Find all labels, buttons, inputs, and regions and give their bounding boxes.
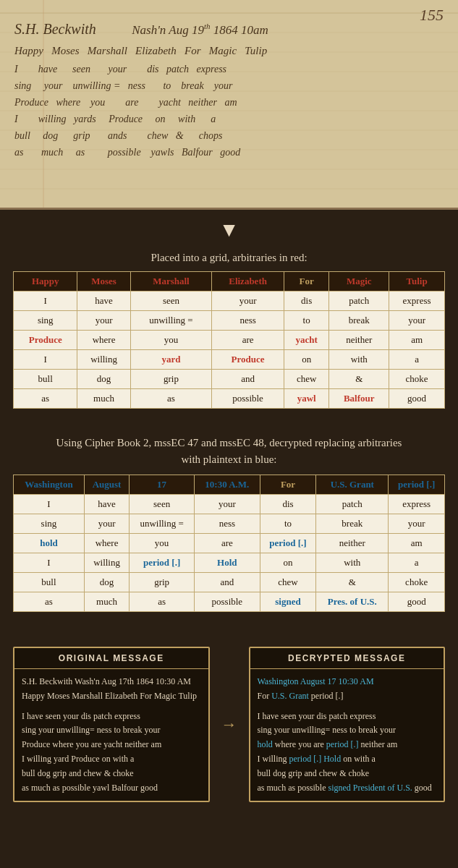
letter-line-5: Produce where you are yacht neither am: [14, 94, 444, 111]
orig-header2: Happy Moses Marshall Elizabeth For Magic…: [22, 689, 201, 704]
grid2-r4c6: choke: [389, 573, 445, 592]
orig-body1: I have seen your dis patch express: [22, 710, 201, 724]
grid2-row0: I have seen your dis patch express: [14, 495, 445, 514]
grid2-r1c2: unwilling =: [130, 514, 195, 534]
grid1-r3c0: I: [14, 350, 77, 370]
grid1-h1: Moses: [77, 272, 130, 292]
grid2-r1c5: break: [316, 514, 389, 534]
letter-header-line: S.H. Beckwith Nash'n Aug 19th 1864 10am …: [14, 16, 444, 161]
grid1-r3c3: Produce: [212, 350, 284, 370]
grid1-r2c4: yacht: [284, 331, 328, 350]
grid1-r4c1: dog: [77, 370, 130, 389]
orig-body6: as much as possible yawl Balfour good: [22, 781, 201, 796]
letter-line-6: I willing yards Produce on with a: [14, 111, 444, 127]
grid2-h3: 10:30 A.M.: [195, 475, 260, 495]
grid2-r5c6: good: [389, 592, 445, 612]
grid1-r0c3: your: [212, 292, 284, 311]
grid2-r1c0: sing: [14, 514, 85, 534]
grid2-r0c6: express: [389, 495, 445, 514]
grid2-r0c1: have: [84, 495, 129, 514]
grid2-r5c2: as: [130, 592, 195, 612]
grid1-r5c4: yawl: [284, 389, 328, 409]
grid1-row0: I have seen your dis patch express: [14, 292, 445, 311]
grid1-r5c1: much: [77, 389, 130, 409]
grid2-r3c5: with: [316, 553, 389, 573]
grid2-header-row: Washington August 17 10:30 A.M. For U.S.…: [14, 475, 445, 495]
grid1-r1c4: to: [284, 311, 328, 331]
grid1-r5c2: as: [130, 389, 212, 409]
grid1-r4c4: chew: [284, 370, 328, 389]
grid2-r3c3: Hold: [195, 553, 260, 573]
grid1-r4c0: bull: [14, 370, 77, 389]
grid2-r4c3: and: [195, 573, 260, 592]
grid2-r2c2: you: [130, 534, 195, 553]
grid2-r3c1: willing: [84, 553, 129, 573]
grid1-r3c4: on: [284, 350, 328, 370]
grid2-r2c3: are: [195, 534, 260, 553]
grid2-r2c0: hold: [14, 534, 85, 553]
grid1-row5: as much as possible yawl Balfour good: [14, 389, 445, 409]
dec-body4: I willing period [.] Hold on with a: [258, 752, 437, 767]
grid2-h5: U.S. Grant: [316, 475, 389, 495]
grid2-row4: bull dog grip and chew & choke: [14, 573, 445, 592]
orig-body2: sing your unwilling= ness to break your: [22, 723, 201, 738]
grid1-r1c0: sing: [14, 311, 77, 331]
grid2-r0c2: seen: [130, 495, 195, 514]
orig-body4: I willing yard Produce on with a: [22, 752, 201, 767]
letter-line-2: Happy Moses Marshall Elizabeth For Magic…: [14, 42, 444, 61]
dec-body3: hold where you are period [.] neither am: [258, 738, 437, 752]
grid2-r0c5: patch: [316, 495, 389, 514]
handwritten-letter: 155 S.H. Beckwith Nash'n Aug 19th 1864 1…: [0, 0, 458, 210]
grid1-r3c5: with: [329, 350, 389, 370]
grid2-r5c3: possible: [195, 592, 260, 612]
grid1-r5c3: possible: [212, 389, 284, 409]
grid2-h0: Washington: [14, 475, 85, 495]
letter-line-4: sing your unwilling = ness to break your: [14, 77, 444, 94]
decrypted-message-box: DECRYPTED MESSAGE Washington August 17 1…: [249, 647, 446, 802]
grid1-r4c5: &: [329, 370, 389, 389]
grid2-r5c1: much: [84, 592, 129, 612]
original-message-box: ORIGINAL MESSAGE S.H. Beckwith Wash'n Au…: [13, 647, 210, 802]
grid1-r2c6: am: [389, 331, 445, 350]
grid1-row1: sing your unwilling = ness to break your: [14, 311, 445, 331]
grid1-r2c1: where: [77, 331, 130, 350]
grid2-r4c0: bull: [14, 573, 85, 592]
grid2-h6: period [.]: [389, 475, 445, 495]
grid1-r3c1: willing: [77, 350, 130, 370]
grid1-r0c0: I: [14, 292, 77, 311]
grid2-r4c2: grip: [130, 573, 195, 592]
grid2-row1: sing your unwilling = ness to break your: [14, 514, 445, 534]
grid1-r2c0: Produce: [14, 331, 77, 350]
grid1-r1c5: break: [329, 311, 389, 331]
grid1-r1c2: unwilling =: [130, 311, 212, 331]
grid1-r4c3: and: [212, 370, 284, 389]
grid2-r5c0: as: [14, 592, 85, 612]
grid1-r0c5: patch: [329, 292, 389, 311]
grid1-table: Happy Moses Marshall Elizabeth For Magic…: [13, 271, 445, 409]
grid1-header-row: Happy Moses Marshall Elizabeth For Magic…: [14, 272, 445, 292]
grid2-r3c4: on: [260, 553, 316, 573]
grid2-r3c2: period [.]: [130, 553, 195, 573]
grid1-r4c2: grip: [130, 370, 212, 389]
grid1-r1c6: your: [389, 311, 445, 331]
grid1-row4: bull dog grip and chew & choke: [14, 370, 445, 389]
grid1-r0c2: seen: [130, 292, 212, 311]
dec-header2: For U.S. Grant period [.]: [258, 689, 437, 704]
grid2-r1c3: ness: [195, 514, 260, 534]
section1-title: Placed into a grid, arbitraries in red:: [0, 247, 458, 271]
grid1-r3c6: a: [389, 350, 445, 370]
messages-section: ORIGINAL MESSAGE S.H. Beckwith Wash'n Au…: [0, 637, 458, 817]
grid1-h5: Magic: [329, 272, 389, 292]
grid2-r3c6: a: [389, 553, 445, 573]
grid1-r0c6: express: [389, 292, 445, 311]
grid1-h3: Elizabeth: [212, 272, 284, 292]
grid1-r5c0: as: [14, 389, 77, 409]
grid1-r1c3: ness: [212, 311, 284, 331]
grid2-r5c5: Pres. of U.S.: [316, 592, 389, 612]
grid2-row3: I willing period [.] Hold on with a: [14, 553, 445, 573]
grid2-row5: as much as possible signed Pres. of U.S.…: [14, 592, 445, 612]
grid2-h1: August: [84, 475, 129, 495]
decrypted-message-title: DECRYPTED MESSAGE: [250, 648, 444, 669]
grid1-h0: Happy: [14, 272, 77, 292]
grid2-r4c5: &: [316, 573, 389, 592]
